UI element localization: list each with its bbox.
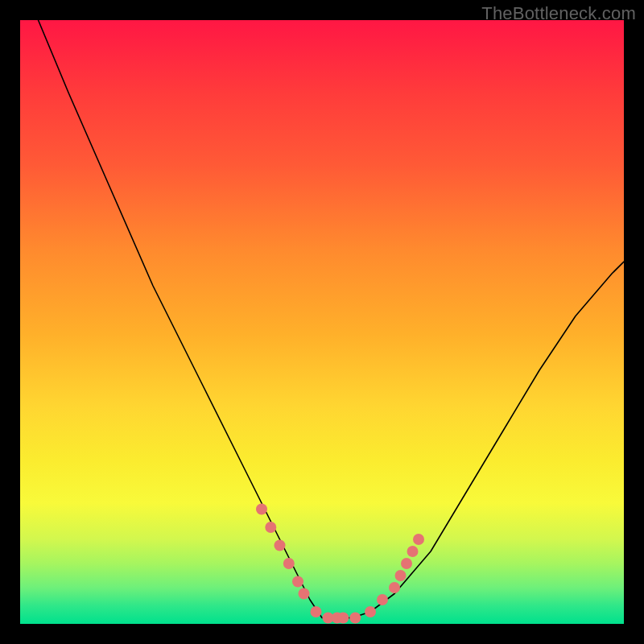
slope-dot xyxy=(292,576,303,588)
slope-dot xyxy=(407,546,419,557)
slope-dot xyxy=(299,588,310,600)
curve-svg xyxy=(20,20,624,624)
slope-dot xyxy=(365,606,376,617)
slope-dot xyxy=(395,570,407,581)
chart-stage: TheBottleneck.com xyxy=(0,0,644,644)
slope-dot xyxy=(283,558,295,569)
slope-dots xyxy=(256,504,424,624)
bottleneck-curve xyxy=(39,20,625,618)
slope-dot xyxy=(311,606,322,617)
slope-dot xyxy=(337,613,349,624)
slope-dot xyxy=(256,504,267,515)
slope-dot xyxy=(389,582,400,593)
slope-dot xyxy=(265,522,276,533)
slope-dot xyxy=(377,594,388,605)
slope-dot xyxy=(401,558,412,569)
plot-area xyxy=(20,20,624,624)
slope-dot xyxy=(413,534,424,545)
slope-dot xyxy=(349,613,361,624)
slope-dot xyxy=(275,540,286,551)
